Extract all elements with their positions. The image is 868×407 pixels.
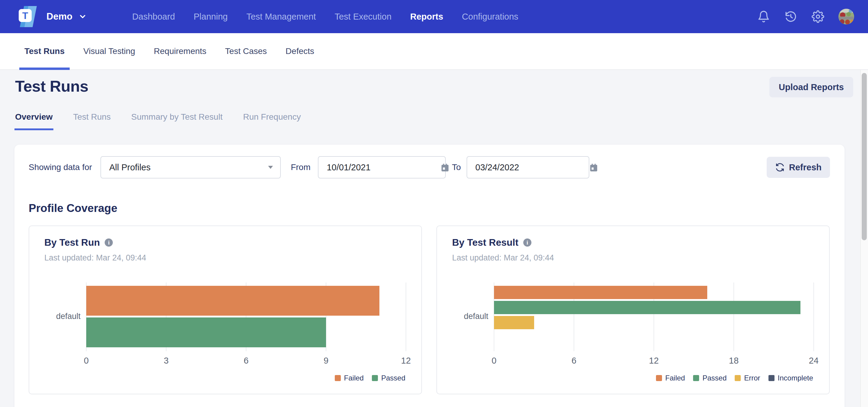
legend-label: Passed <box>703 374 726 382</box>
from-label: From <box>291 162 310 172</box>
plot-area <box>494 282 814 351</box>
bar-error <box>494 316 534 329</box>
x-tick-label: 12 <box>401 356 411 366</box>
upload-reports-button[interactable]: Upload Reports <box>769 77 853 97</box>
category-label: default <box>437 312 488 321</box>
bar-failed <box>494 286 707 299</box>
refresh-label: Refresh <box>789 162 822 173</box>
from-date-value[interactable] <box>327 162 440 173</box>
project-name: Demo <box>46 11 72 22</box>
notifications-bell-icon[interactable] <box>757 10 770 23</box>
nav-item-configurations[interactable]: Configurations <box>462 12 519 22</box>
calendar-icon[interactable] <box>589 163 598 172</box>
chart-legend: FailedPassedErrorIncomplete <box>656 374 813 382</box>
x-tick-label: 6 <box>571 356 576 366</box>
legend-swatch <box>335 375 341 381</box>
plot-area <box>86 282 406 351</box>
bar-passed <box>494 301 801 314</box>
legend-item-passed[interactable]: Passed <box>372 374 405 382</box>
filter-row: Showing data for All Profiles From To <box>29 156 830 179</box>
calendar-icon[interactable] <box>440 163 450 172</box>
nav-item-planning[interactable]: Planning <box>194 12 228 22</box>
legend-label: Passed <box>381 374 405 382</box>
x-tick-label: 24 <box>809 356 818 366</box>
subtab-overview[interactable]: Overview <box>14 111 53 130</box>
legend-label: Incomplete <box>778 374 813 382</box>
gridline <box>813 282 814 351</box>
user-avatar[interactable] <box>838 9 854 24</box>
chevron-down-icon <box>79 12 87 21</box>
scrollbar-track[interactable] <box>860 70 868 407</box>
x-tick-label: 0 <box>84 356 89 366</box>
nav-actions <box>757 9 854 24</box>
x-tick-label: 0 <box>492 356 496 366</box>
legend-label: Failed <box>344 374 364 382</box>
tab-test-cases[interactable]: Test Cases <box>220 33 272 69</box>
x-tick-label: 12 <box>649 356 659 366</box>
legend-swatch <box>693 375 699 381</box>
legend-item-failed[interactable]: Failed <box>335 374 364 382</box>
refresh-button[interactable]: Refresh <box>767 157 830 178</box>
legend-swatch <box>372 375 378 381</box>
legend-item-failed[interactable]: Failed <box>656 374 685 382</box>
to-label: To <box>452 162 461 172</box>
bar-passed <box>86 317 326 347</box>
svg-text:T: T <box>22 10 28 21</box>
x-tick-label: 18 <box>729 356 739 366</box>
chart-card-by-test-result: By Test Result i Last updated: Mar 24, 0… <box>436 225 830 394</box>
settings-gear-icon[interactable] <box>811 10 825 23</box>
report-panel: Showing data for All Profiles From To <box>14 145 844 407</box>
select-caret-icon <box>268 166 273 169</box>
legend-item-incomplete[interactable]: Incomplete <box>769 374 813 382</box>
section-title: Profile Coverage <box>29 202 117 215</box>
module-tab-bar: Test Runs Visual Testing Requirements Te… <box>0 33 868 70</box>
legend-swatch <box>769 375 775 381</box>
refresh-icon <box>775 162 785 172</box>
tab-visual-testing[interactable]: Visual Testing <box>78 33 140 69</box>
to-date-input[interactable] <box>467 156 589 179</box>
legend-label: Error <box>744 374 760 382</box>
nav-item-test-management[interactable]: Test Management <box>246 12 316 22</box>
scrollbar-thumb[interactable] <box>862 73 867 240</box>
history-icon[interactable] <box>784 10 798 23</box>
legend-swatch <box>735 375 741 381</box>
page-title: Test Runs <box>15 77 88 95</box>
tab-defects[interactable]: Defects <box>280 33 319 69</box>
bar-chart-by-test-run: default 036912 FailedPassed <box>29 226 421 394</box>
x-axis: 06121824 <box>494 354 814 366</box>
to-date-value[interactable] <box>475 162 589 173</box>
nav-item-reports[interactable]: Reports <box>410 12 443 22</box>
profile-select[interactable]: All Profiles <box>100 156 281 179</box>
gridline <box>734 282 734 351</box>
x-tick-label: 9 <box>323 356 329 366</box>
chart-card-by-test-run: By Test Run i Last updated: Mar 24, 09:4… <box>29 225 422 394</box>
subtab-summary-by-test-result[interactable]: Summary by Test Result <box>131 111 223 130</box>
legend-item-error[interactable]: Error <box>735 374 760 382</box>
project-switcher[interactable]: Demo <box>46 11 87 22</box>
bar-failed <box>86 286 379 316</box>
x-tick-label: 3 <box>164 356 168 366</box>
legend-item-passed[interactable]: Passed <box>693 374 726 382</box>
gridline <box>406 282 406 351</box>
nav-menu: Dashboard Planning Test Management Test … <box>132 12 518 22</box>
bar-chart-by-test-result: default 06121824 FailedPassedErrorIncomp… <box>437 226 829 394</box>
nav-item-test-execution[interactable]: Test Execution <box>335 12 392 22</box>
chart-legend: FailedPassed <box>335 374 405 382</box>
x-axis: 036912 <box>86 354 406 366</box>
subtab-test-runs[interactable]: Test Runs <box>73 111 112 130</box>
legend-swatch <box>656 375 662 381</box>
app-logo[interactable]: T <box>19 5 37 28</box>
report-subtabs: Overview Test Runs Summary by Test Resul… <box>14 111 301 130</box>
from-date-input[interactable] <box>318 156 446 179</box>
showing-data-for-label: Showing data for <box>29 162 92 172</box>
x-tick-label: 6 <box>244 356 249 366</box>
legend-label: Failed <box>665 374 685 382</box>
category-label: default <box>29 312 81 321</box>
profile-select-value: All Profiles <box>109 162 151 173</box>
tab-requirements[interactable]: Requirements <box>149 33 211 69</box>
nav-item-dashboard[interactable]: Dashboard <box>132 12 175 22</box>
subtab-run-frequency[interactable]: Run Frequency <box>243 111 301 130</box>
top-nav: T Demo Dashboard Planning Test Managemen… <box>0 0 868 33</box>
tab-test-runs[interactable]: Test Runs <box>19 33 70 69</box>
